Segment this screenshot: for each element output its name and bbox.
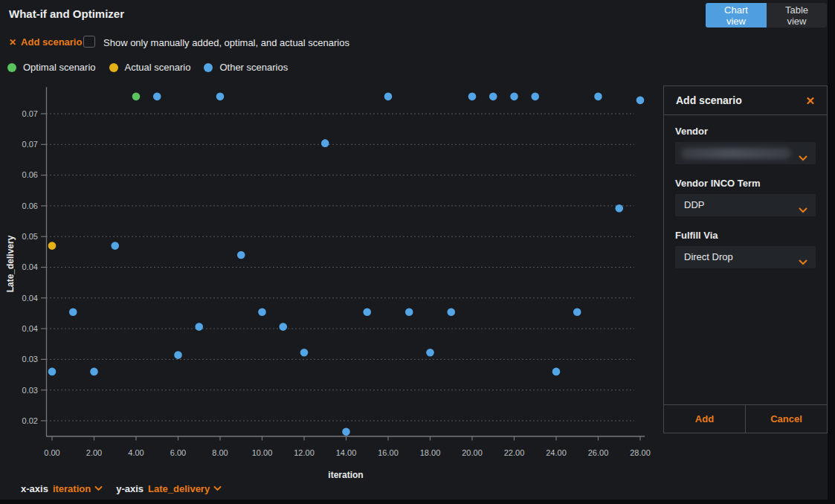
chart-point-other[interactable] (153, 93, 161, 101)
legend-item-actual: Actual scenario (109, 62, 191, 73)
x-tick-label: 4.00 (128, 448, 144, 457)
vendor-field-label: Vendor (675, 126, 816, 137)
x-tick-label: 10.00 (252, 448, 273, 457)
x-axis-title: iteration (30, 470, 662, 480)
y-tick-label: 0.03 (22, 355, 38, 364)
chart-point-other[interactable] (489, 93, 497, 101)
y-axis-title: Late_delivery (5, 236, 16, 293)
chart-point-other[interactable] (321, 139, 329, 147)
x-tick-label: 16.00 (378, 448, 399, 457)
chart-point-other[interactable] (174, 351, 182, 359)
y-tick-label: 0.04 (22, 262, 38, 271)
fulfill-via-select[interactable]: Direct Drop (675, 246, 816, 268)
y-axis-selector[interactable]: Late_delivery (148, 483, 222, 494)
chart-point-other[interactable] (510, 93, 518, 101)
chevron-down-icon (799, 151, 807, 164)
page-title: What-if and Optimizer (9, 7, 124, 20)
y-axis-selector-group: y-axis Late_delivery (116, 483, 222, 494)
chart-point-other[interactable] (195, 323, 203, 331)
chart-point-other[interactable] (384, 93, 393, 101)
chart-point-other[interactable] (552, 368, 561, 376)
x-tick-label: 12.00 (294, 448, 315, 457)
cancel-button[interactable]: Cancel (746, 405, 827, 433)
panel-header: Add scenario ✕ (664, 86, 827, 115)
app-container: What-if and Optimizer Chart view Table v… (0, 0, 828, 500)
add-scenario-label: Add scenario (21, 36, 82, 48)
chart-point-other[interactable] (342, 428, 350, 436)
x-tick-label: 6.00 (170, 448, 186, 457)
fulfill-via-field-label: Fulfill Via (675, 230, 816, 241)
close-icon: ✕ (9, 37, 16, 48)
chart-point-other[interactable] (363, 308, 371, 316)
chart-point-other[interactable] (237, 251, 245, 259)
chart-point-other[interactable] (594, 93, 602, 101)
legend-label: Other scenarios (219, 62, 288, 73)
chart-point-other[interactable] (216, 93, 225, 101)
add-scenario-link[interactable]: ✕ Add scenario (9, 36, 82, 48)
chart-point-actual[interactable] (48, 242, 57, 250)
inco-term-selected-value: DDP (684, 194, 704, 216)
y-tick-label: 0.06 (22, 201, 38, 210)
inco-term-select[interactable]: DDP (675, 194, 816, 216)
y-tick-label: 0.04 (22, 294, 38, 303)
x-tick-label: 14.00 (336, 448, 357, 457)
legend-item-optimal: Optimal scenario (7, 62, 96, 73)
chart-point-other[interactable] (426, 349, 434, 357)
chevron-down-icon (799, 255, 807, 268)
x-axis-selector[interactable]: iteration (53, 483, 103, 494)
chart-point-other[interactable] (405, 308, 413, 316)
x-tick-label: 2.00 (86, 448, 102, 457)
add-scenario-panel: Add scenario ✕ Vendor Vendor INCO Term D… (663, 85, 828, 433)
legend-label: Actual scenario (125, 62, 191, 73)
legend-label: Optimal scenario (23, 62, 96, 73)
fulfill-via-selected-value: Direct Drop (684, 246, 733, 268)
other-dot-icon (204, 63, 213, 72)
x-tick-label: 22.00 (504, 448, 525, 457)
y-tick-label: 0.02 (22, 416, 38, 425)
optimal-dot-icon (7, 63, 16, 72)
chart-point-other[interactable] (531, 93, 539, 101)
panel-footer: Add Cancel (664, 404, 827, 433)
x-tick-label: 8.00 (212, 448, 228, 457)
y-axis-static-label: y-axis (116, 483, 144, 494)
chart-point-other[interactable] (447, 308, 455, 316)
chart-point-other[interactable] (573, 308, 581, 316)
x-axis-selected-value: iteration (53, 483, 91, 494)
y-tick-label: 0.05 (22, 232, 38, 241)
panel-body: Vendor Vendor INCO Term DDP Fulfill Via … (664, 115, 827, 268)
chart-legend: Optimal scenario Actual scenario Other s… (7, 62, 288, 73)
chart-point-other[interactable] (48, 368, 57, 376)
add-button[interactable]: Add (664, 405, 746, 433)
vendor-value-redacted (681, 148, 791, 159)
x-tick-label: 18.00 (420, 448, 441, 457)
chart-point-other[interactable] (279, 323, 287, 331)
table-view-button[interactable]: Table view (767, 3, 827, 28)
x-tick-label: 28.00 (630, 448, 651, 457)
panel-close-button[interactable]: ✕ (805, 95, 815, 106)
y-tick-label: 0.06 (22, 170, 38, 179)
axis-selectors: x-axis iteration y-axis Late_delivery (21, 483, 222, 494)
x-axis-static-label: x-axis (21, 483, 48, 494)
chart-point-other[interactable] (111, 242, 119, 250)
chart-point-other[interactable] (615, 204, 623, 213)
x-tick-label: 24.00 (546, 448, 567, 457)
chart-point-other[interactable] (69, 308, 77, 316)
show-only-checkbox[interactable] (83, 36, 95, 48)
show-only-checkbox-label: Show only manually added, optimal, and a… (103, 37, 349, 48)
vendor-select[interactable] (675, 142, 816, 164)
panel-title: Add scenario (676, 94, 742, 106)
actual-dot-icon (109, 63, 118, 72)
view-toggle: Chart view Table view (706, 3, 827, 28)
chart-point-other[interactable] (636, 97, 645, 105)
x-axis-selector-group: x-axis iteration (21, 483, 103, 494)
chart-point-other[interactable] (300, 349, 309, 357)
chart-point-other[interactable] (90, 368, 98, 376)
y-tick-label: 0.03 (22, 386, 38, 395)
chart-point-optimal[interactable] (132, 93, 141, 101)
chart-view-button[interactable]: Chart view (706, 3, 767, 28)
x-tick-label: 20.00 (462, 448, 483, 457)
inco-term-field-label: Vendor INCO Term (675, 178, 816, 189)
chart-point-other[interactable] (468, 93, 477, 101)
chevron-down-icon (94, 486, 103, 491)
chart-point-other[interactable] (258, 308, 266, 316)
